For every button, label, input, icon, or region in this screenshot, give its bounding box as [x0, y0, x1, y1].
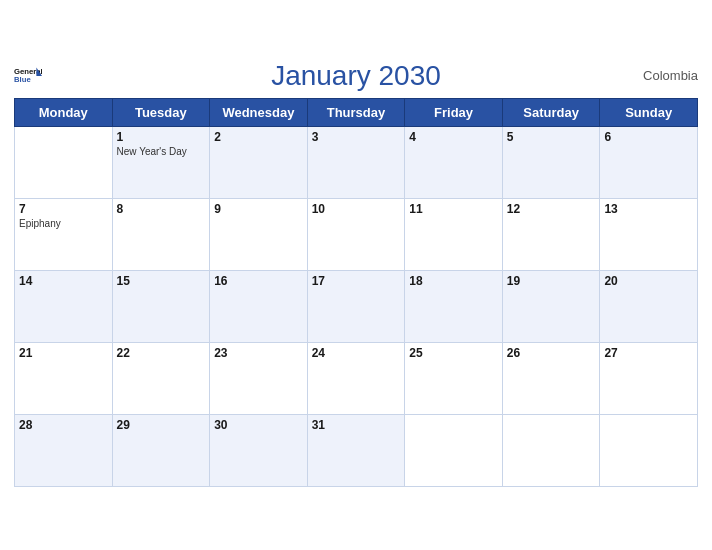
- calendar-week-row: 21222324252627: [15, 342, 698, 414]
- day-number: 3: [312, 130, 401, 144]
- table-row: 8: [112, 198, 210, 270]
- table-row: 3: [307, 126, 405, 198]
- header-thursday: Thursday: [307, 98, 405, 126]
- table-row: 14: [15, 270, 113, 342]
- table-row: 26: [502, 342, 600, 414]
- table-row: 24: [307, 342, 405, 414]
- table-row: 18: [405, 270, 503, 342]
- table-row: 10: [307, 198, 405, 270]
- day-number: 15: [117, 274, 206, 288]
- table-row: [502, 414, 600, 486]
- header-tuesday: Tuesday: [112, 98, 210, 126]
- svg-text:Blue: Blue: [14, 74, 31, 83]
- table-row: [405, 414, 503, 486]
- day-number: 18: [409, 274, 498, 288]
- day-number: 24: [312, 346, 401, 360]
- table-row: 5: [502, 126, 600, 198]
- day-number: 30: [214, 418, 303, 432]
- day-number: 4: [409, 130, 498, 144]
- header-sunday: Sunday: [600, 98, 698, 126]
- day-number: 23: [214, 346, 303, 360]
- day-event: New Year's Day: [117, 146, 206, 157]
- calendar-week-row: 14151617181920: [15, 270, 698, 342]
- day-number: 25: [409, 346, 498, 360]
- calendar-title: January 2030: [271, 60, 441, 92]
- logo-icon: General Blue: [14, 66, 42, 86]
- calendar-week-row: 28293031: [15, 414, 698, 486]
- table-row: [600, 414, 698, 486]
- country-label: Colombia: [643, 68, 698, 83]
- table-row: 28: [15, 414, 113, 486]
- calendar-week-row: 1New Year's Day23456: [15, 126, 698, 198]
- table-row: 15: [112, 270, 210, 342]
- day-number: 9: [214, 202, 303, 216]
- day-number: 27: [604, 346, 693, 360]
- day-number: 26: [507, 346, 596, 360]
- day-number: 5: [507, 130, 596, 144]
- calendar-thead: Monday Tuesday Wednesday Thursday Friday…: [15, 98, 698, 126]
- table-row: 19: [502, 270, 600, 342]
- day-number: 29: [117, 418, 206, 432]
- table-row: 31: [307, 414, 405, 486]
- calendar-header: General Blue January 2030 Colombia: [14, 60, 698, 92]
- day-number: 7: [19, 202, 108, 216]
- table-row: 29: [112, 414, 210, 486]
- table-row: 21: [15, 342, 113, 414]
- header-wednesday: Wednesday: [210, 98, 308, 126]
- day-number: 2: [214, 130, 303, 144]
- day-number: 8: [117, 202, 206, 216]
- day-number: 16: [214, 274, 303, 288]
- table-row: 23: [210, 342, 308, 414]
- logo-area: General Blue: [14, 66, 42, 86]
- day-number: 1: [117, 130, 206, 144]
- table-row: 25: [405, 342, 503, 414]
- table-row: 27: [600, 342, 698, 414]
- table-row: 1New Year's Day: [112, 126, 210, 198]
- header-saturday: Saturday: [502, 98, 600, 126]
- day-number: 21: [19, 346, 108, 360]
- day-number: 31: [312, 418, 401, 432]
- table-row: 16: [210, 270, 308, 342]
- calendar-table: Monday Tuesday Wednesday Thursday Friday…: [14, 98, 698, 487]
- table-row: 11: [405, 198, 503, 270]
- table-row: 20: [600, 270, 698, 342]
- table-row: 4: [405, 126, 503, 198]
- weekday-header-row: Monday Tuesday Wednesday Thursday Friday…: [15, 98, 698, 126]
- table-row: 13: [600, 198, 698, 270]
- day-number: 11: [409, 202, 498, 216]
- day-number: 22: [117, 346, 206, 360]
- table-row: 9: [210, 198, 308, 270]
- day-number: 20: [604, 274, 693, 288]
- table-row: 12: [502, 198, 600, 270]
- header-friday: Friday: [405, 98, 503, 126]
- table-row: [15, 126, 113, 198]
- calendar-body: 1New Year's Day234567Epiphany89101112131…: [15, 126, 698, 486]
- table-row: 2: [210, 126, 308, 198]
- table-row: 22: [112, 342, 210, 414]
- day-number: 14: [19, 274, 108, 288]
- day-number: 19: [507, 274, 596, 288]
- table-row: 6: [600, 126, 698, 198]
- day-number: 28: [19, 418, 108, 432]
- calendar-container: General Blue January 2030 Colombia Monda…: [0, 50, 712, 501]
- table-row: 30: [210, 414, 308, 486]
- table-row: 17: [307, 270, 405, 342]
- day-number: 10: [312, 202, 401, 216]
- table-row: 7Epiphany: [15, 198, 113, 270]
- day-number: 6: [604, 130, 693, 144]
- header-monday: Monday: [15, 98, 113, 126]
- calendar-week-row: 7Epiphany8910111213: [15, 198, 698, 270]
- day-number: 13: [604, 202, 693, 216]
- day-event: Epiphany: [19, 218, 108, 229]
- day-number: 17: [312, 274, 401, 288]
- day-number: 12: [507, 202, 596, 216]
